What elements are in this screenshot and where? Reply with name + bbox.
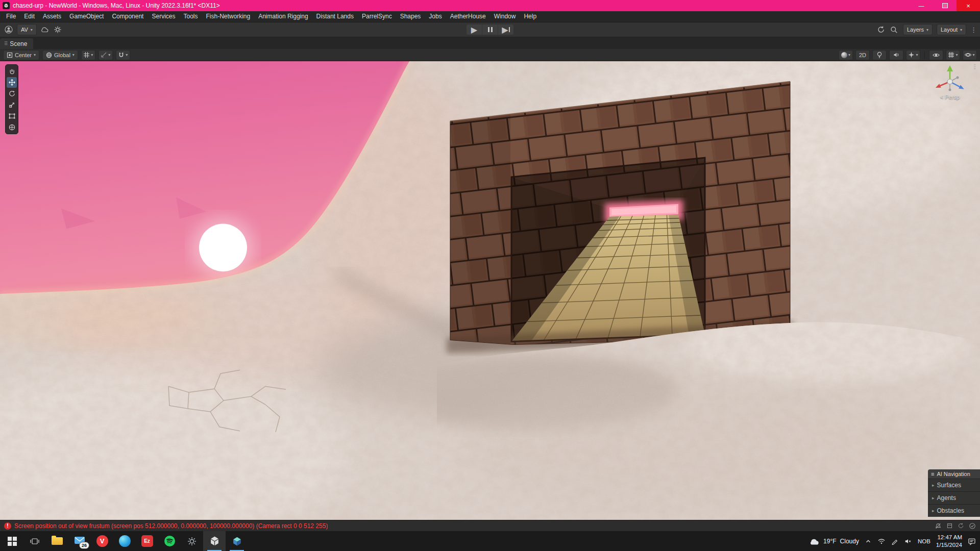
- action-center-icon[interactable]: [968, 537, 976, 545]
- notifications-muted-icon[interactable]: [935, 522, 942, 530]
- menu-tools[interactable]: Tools: [179, 11, 202, 22]
- console-error-text[interactable]: Screen position out of view frustum (scr…: [14, 522, 328, 530]
- start-button[interactable]: [1, 531, 23, 551]
- cloud-services-icon[interactable]: [40, 25, 50, 34]
- toolbar-overflow-icon[interactable]: ⋮: [970, 26, 977, 34]
- edge-button[interactable]: [113, 531, 136, 551]
- menu-fish-networking[interactable]: Fish-Networking: [202, 11, 254, 22]
- error-icon: !: [4, 522, 11, 530]
- viewport-menu-icon[interactable]: ⋮: [972, 62, 978, 69]
- unity-editor-button[interactable]: [203, 531, 226, 551]
- task-view-button[interactable]: [23, 531, 46, 551]
- gizmo-x-axis[interactable]: [936, 84, 941, 88]
- menu-services[interactable]: Services: [148, 11, 179, 22]
- close-button[interactable]: ×: [957, 0, 980, 11]
- pivot-mode-dropdown[interactable]: Center▾: [3, 50, 39, 60]
- audio-toggle[interactable]: [889, 50, 903, 60]
- menu-help[interactable]: Help: [520, 11, 541, 22]
- tray-expand-chevron[interactable]: [865, 538, 872, 545]
- layers-dropdown[interactable]: Layers▾: [903, 24, 933, 35]
- red-app-button[interactable]: Ez: [136, 531, 158, 551]
- scene-tool-strip: [5, 64, 18, 134]
- clock-widget[interactable]: 12:47 AM 1/15/2024: [936, 534, 962, 549]
- sun[interactable]: [199, 224, 247, 272]
- move-tool[interactable]: [7, 77, 17, 88]
- gizmo-y-axis[interactable]: [947, 65, 953, 71]
- vivaldi-icon: V: [96, 535, 108, 547]
- scene-visibility-toggle[interactable]: [929, 50, 943, 60]
- package-icon[interactable]: [946, 522, 953, 529]
- orientation-dropdown[interactable]: Global▾: [42, 50, 78, 60]
- lighting-toggle[interactable]: [872, 50, 887, 60]
- settings-button[interactable]: [181, 531, 203, 551]
- keyboard-language[interactable]: NOB: [918, 538, 930, 544]
- brick-structure[interactable]: [450, 82, 790, 345]
- playmode-controls: ▶ ▶: [467, 24, 513, 35]
- grid-visibility-dropdown[interactable]: ▾: [946, 50, 960, 60]
- undo-history-icon[interactable]: [876, 25, 886, 34]
- rotate-tool[interactable]: [7, 88, 17, 99]
- title-bar[interactable]: chased-urp - NewWorld - Windows, Mac, Li…: [0, 0, 980, 11]
- step-button[interactable]: ▶: [498, 24, 513, 35]
- minimize-button[interactable]: —: [910, 0, 933, 11]
- vivaldi-button[interactable]: V: [91, 531, 113, 551]
- scale-tool[interactable]: [7, 99, 17, 110]
- camera-projection-label[interactable]: < Persp: [931, 94, 969, 100]
- transform-tool[interactable]: [7, 122, 17, 133]
- menu-edit[interactable]: Edit: [20, 11, 39, 22]
- grid-snap-dropdown[interactable]: ▾: [81, 50, 95, 60]
- ai-navigation-header[interactable]: ≡ AI Navigation: [928, 469, 980, 479]
- gizmo-z-axis[interactable]: [959, 85, 964, 89]
- menu-shapes[interactable]: Shapes: [396, 11, 425, 22]
- orientation-gizmo[interactable]: < Persp: [931, 63, 969, 100]
- pause-button[interactable]: [482, 24, 498, 35]
- menu-distant-lands[interactable]: Distant Lands: [312, 11, 358, 22]
- menu-assets[interactable]: Assets: [39, 11, 65, 22]
- gear-icon[interactable]: [53, 25, 62, 34]
- hamburger-icon: ≡: [931, 471, 934, 477]
- magnet-snap-dropdown[interactable]: ▾: [116, 50, 130, 60]
- shading-mode-dropdown[interactable]: ▾: [839, 50, 853, 60]
- doorway[interactable]: [511, 158, 705, 341]
- search-icon[interactable]: [890, 25, 899, 34]
- menu-component[interactable]: Component: [108, 11, 148, 22]
- volume-muted-icon[interactable]: [904, 538, 912, 545]
- menu-gameobject[interactable]: GameObject: [65, 11, 108, 22]
- voxel-app-button[interactable]: [226, 531, 248, 551]
- effects-dropdown[interactable]: ▾: [906, 50, 920, 60]
- ai-nav-agents[interactable]: ▸ Agents: [928, 491, 980, 504]
- rect-tool[interactable]: [7, 111, 17, 121]
- menu-window[interactable]: Window: [490, 11, 520, 22]
- network-icon[interactable]: [877, 538, 886, 544]
- account-dropdown[interactable]: AV▾: [17, 24, 37, 35]
- ai-nav-surfaces[interactable]: ▸ Surfaces: [928, 479, 980, 491]
- menu-file[interactable]: File: [2, 11, 20, 22]
- pen-icon[interactable]: [891, 538, 898, 545]
- refresh-icon[interactable]: [958, 522, 964, 529]
- scene-viewport[interactable]: < Persp ⋮ ≡ AI Navigation ▸ Surfaces ▸ A…: [0, 61, 980, 520]
- activity-check-icon[interactable]: [969, 522, 976, 530]
- scene-canvas[interactable]: [0, 61, 980, 520]
- ai-nav-obstacles[interactable]: ▸ Obstacles: [928, 504, 980, 517]
- 2d-toggle[interactable]: 2D: [855, 50, 870, 60]
- edge-icon: [119, 535, 131, 547]
- layout-dropdown[interactable]: Layout▾: [937, 24, 966, 35]
- gizmos-dropdown[interactable]: ▾: [963, 50, 977, 60]
- account-avatar-icon[interactable]: [4, 25, 13, 34]
- menu-aetherhouse[interactable]: AetherHouse: [446, 11, 490, 22]
- chevron-right-icon: ▸: [932, 495, 935, 500]
- file-explorer-button[interactable]: [46, 531, 68, 551]
- play-button[interactable]: ▶: [467, 24, 482, 35]
- mail-button[interactable]: 26: [68, 531, 91, 551]
- snap-increment-dropdown[interactable]: ▾: [99, 50, 113, 60]
- view-hand-tool[interactable]: [7, 66, 17, 77]
- weather-widget[interactable]: 19°F Cloudy: [808, 537, 859, 545]
- spotify-button[interactable]: [158, 531, 181, 551]
- maximize-button[interactable]: [933, 0, 957, 11]
- spotify-icon: [164, 535, 176, 547]
- menu-parrelsync[interactable]: ParrelSync: [358, 11, 396, 22]
- menu-animation-rigging[interactable]: Animation Rigging: [254, 11, 312, 22]
- status-bar[interactable]: ! Screen position out of view frustum (s…: [0, 520, 980, 531]
- menu-jobs[interactable]: Jobs: [425, 11, 446, 22]
- tab-scene[interactable]: ⠿ Scene: [0, 38, 33, 49]
